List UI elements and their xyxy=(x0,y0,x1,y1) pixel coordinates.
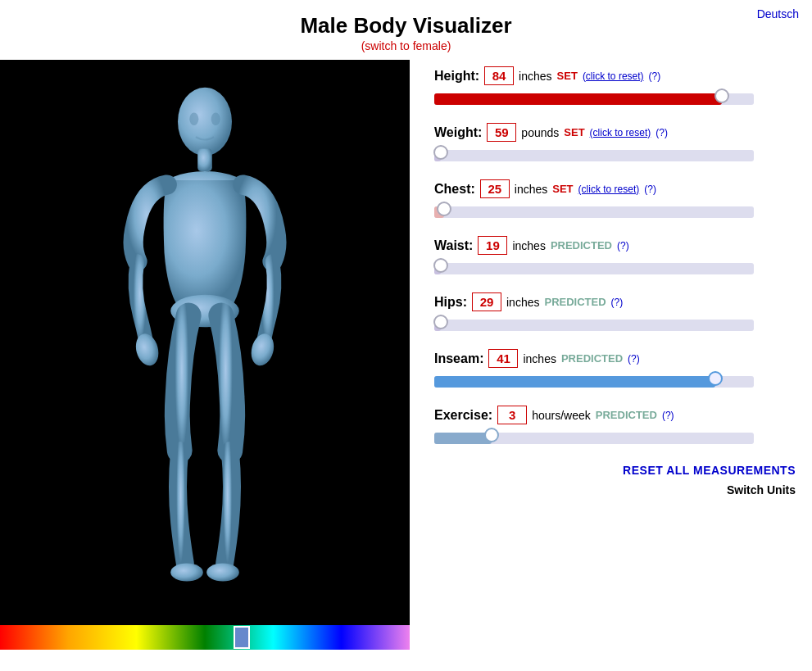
hips-label: Hips: xyxy=(434,295,467,310)
svg-point-6 xyxy=(170,564,203,582)
chest-help-link[interactable]: (?) xyxy=(644,184,656,195)
exercise-value[interactable]: 3 xyxy=(497,406,527,424)
inseam-status: PREDICTED xyxy=(561,352,623,365)
inseam-unit: inches xyxy=(523,352,556,365)
chest-status: SET xyxy=(552,183,573,195)
svg-point-5 xyxy=(248,331,278,368)
main-content: Height: 84 inches SET (click to reset) (… xyxy=(0,60,812,650)
body-svg xyxy=(82,72,328,613)
weight-unit: pounds xyxy=(521,126,559,139)
waist-unit: inches xyxy=(512,239,545,252)
height-unit: inches xyxy=(519,70,551,83)
height-status: SET xyxy=(557,70,578,82)
chest-reset-link[interactable]: (click to reset) xyxy=(578,184,640,195)
color-bar-thumb[interactable] xyxy=(234,626,250,649)
hips-help-link[interactable]: (?) xyxy=(611,297,624,308)
weight-label: Weight: xyxy=(434,125,482,140)
switch-gender-link[interactable]: (switch to female) xyxy=(361,39,451,52)
exercise-status: PREDICTED xyxy=(596,409,657,421)
inseam-slider-thumb[interactable] xyxy=(708,371,723,386)
measurement-hips: Hips: 29 inches PREDICTED (?) xyxy=(434,292,796,334)
color-bar xyxy=(0,625,410,650)
svg-rect-1 xyxy=(197,149,212,172)
hips-value[interactable]: 29 xyxy=(472,292,501,311)
hips-slider-thumb[interactable] xyxy=(433,315,448,329)
exercise-unit: hours/week xyxy=(532,409,591,422)
inseam-value[interactable]: 41 xyxy=(488,349,518,368)
waist-slider[interactable] xyxy=(434,260,754,278)
exercise-slider-fill xyxy=(434,433,492,444)
inseam-slider[interactable] xyxy=(434,373,754,391)
hips-slider-track xyxy=(434,320,754,331)
hips-slider[interactable] xyxy=(434,316,754,334)
exercise-help-link[interactable]: (?) xyxy=(662,410,674,421)
chest-slider-track xyxy=(434,206,754,218)
weight-reset-link[interactable]: (click to reset) xyxy=(590,127,651,138)
height-label: Height: xyxy=(434,69,479,84)
exercise-slider-track xyxy=(434,433,754,444)
bottom-buttons: RESET ALL MEASUREMENTS Switch Units xyxy=(434,464,796,496)
hips-unit: inches xyxy=(506,296,539,309)
chest-label: Chest: xyxy=(434,182,475,197)
height-help-link[interactable]: (?) xyxy=(649,70,661,82)
height-reset-link[interactable]: (click to reset) xyxy=(583,70,644,82)
height-slider-track xyxy=(434,93,754,105)
waist-slider-thumb[interactable] xyxy=(433,258,448,273)
page-title-section: Male Body Visualizer (switch to female) xyxy=(0,0,812,53)
svg-point-8 xyxy=(189,113,198,125)
inseam-slider-track xyxy=(434,376,754,388)
weight-help-link[interactable]: (?) xyxy=(655,127,668,138)
inseam-slider-fill xyxy=(434,376,715,388)
weight-value[interactable]: 59 xyxy=(487,123,516,142)
chest-slider[interactable] xyxy=(434,203,754,221)
inseam-label: Inseam: xyxy=(434,351,483,366)
svg-point-9 xyxy=(211,113,220,125)
measurement-inseam: Inseam: 41 inches PREDICTED (?) xyxy=(434,349,796,391)
waist-status: PREDICTED xyxy=(551,239,612,252)
exercise-label: Exercise: xyxy=(434,408,492,423)
measurement-height: Height: 84 inches SET (click to reset) (… xyxy=(434,66,796,108)
waist-slider-track xyxy=(434,263,754,274)
controls-panel: Height: 84 inches SET (click to reset) (… xyxy=(410,60,812,503)
measurement-exercise: Exercise: 3 hours/week PREDICTED (?) xyxy=(434,406,796,447)
waist-label: Waist: xyxy=(434,238,473,253)
exercise-slider[interactable] xyxy=(434,429,754,447)
weight-slider-thumb[interactable] xyxy=(433,145,448,160)
exercise-slider-thumb[interactable] xyxy=(484,428,499,442)
waist-help-link[interactable]: (?) xyxy=(617,240,629,252)
weight-slider[interactable] xyxy=(434,147,754,165)
language-link[interactable]: Deutsch xyxy=(757,7,799,20)
switch-units-button[interactable]: Switch Units xyxy=(727,483,796,496)
measurement-waist: Waist: 19 inches PREDICTED (?) xyxy=(434,236,796,278)
chest-unit: inches xyxy=(515,183,547,196)
weight-status: SET xyxy=(564,126,584,138)
svg-point-7 xyxy=(206,564,239,582)
svg-point-0 xyxy=(178,88,232,156)
reset-all-button[interactable]: RESET ALL MEASUREMENTS xyxy=(623,464,796,477)
body-visualizer xyxy=(0,60,410,650)
height-value[interactable]: 84 xyxy=(484,66,514,85)
height-slider-thumb[interactable] xyxy=(714,88,729,103)
body-figure xyxy=(0,60,410,625)
inseam-help-link[interactable]: (?) xyxy=(628,353,640,365)
waist-value[interactable]: 19 xyxy=(478,236,507,255)
page-title: Male Body Visualizer xyxy=(0,13,812,39)
measurement-weight: Weight: 59 pounds SET (click to reset) (… xyxy=(434,123,796,165)
hips-status: PREDICTED xyxy=(544,296,606,308)
svg-point-4 xyxy=(133,331,162,368)
height-slider[interactable] xyxy=(434,90,754,108)
measurement-chest: Chest: 25 inches SET (click to reset) (?… xyxy=(434,179,796,221)
height-slider-fill xyxy=(434,93,722,105)
chest-slider-thumb[interactable] xyxy=(437,202,451,216)
weight-slider-track xyxy=(434,150,754,161)
chest-value[interactable]: 25 xyxy=(480,179,510,198)
